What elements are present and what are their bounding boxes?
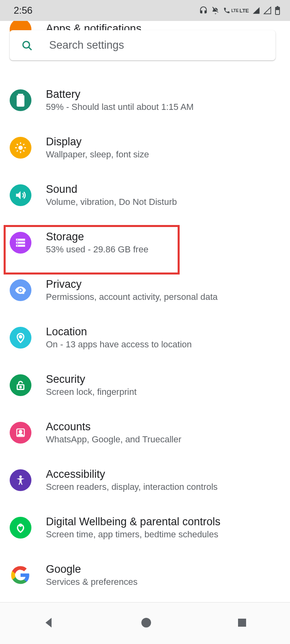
item-title: Privacy bbox=[46, 278, 280, 291]
svg-rect-0 bbox=[276, 8, 279, 10]
svg-point-17 bbox=[17, 239, 18, 240]
item-subtitle: Screen lock, fingerprint bbox=[46, 387, 280, 397]
settings-content[interactable]: Search settings Apps & notifications Bat… bbox=[0, 21, 290, 602]
item-subtitle: Screen readers, display, interaction con… bbox=[46, 482, 280, 492]
settings-item-accounts[interactable]: Accounts WhatsApp, Google, and Truecalle… bbox=[0, 409, 290, 456]
item-title: Storage bbox=[46, 231, 280, 243]
signal-icon bbox=[252, 6, 260, 14]
dnd-off-icon bbox=[211, 6, 220, 15]
settings-item-wellbeing[interactable]: Digital Wellbeing & parental controls Sc… bbox=[0, 504, 290, 551]
svg-line-12 bbox=[23, 144, 25, 145]
security-icon bbox=[10, 374, 31, 396]
settings-item-display[interactable]: Display Wallpaper, sleep, font size bbox=[0, 124, 290, 171]
item-title: Digital Wellbeing & parental controls bbox=[46, 516, 280, 528]
sound-icon bbox=[10, 184, 31, 206]
settings-item-privacy[interactable]: Privacy Permissions, account activity, p… bbox=[0, 266, 290, 314]
status-time: 2:56 bbox=[14, 5, 33, 16]
item-subtitle: On - 13 apps have access to location bbox=[46, 339, 280, 350]
navigation-bar bbox=[0, 602, 290, 644]
svg-point-26 bbox=[19, 430, 22, 433]
search-placeholder: Search settings bbox=[49, 39, 124, 52]
svg-line-10 bbox=[17, 144, 18, 145]
item-subtitle: 53% used - 29.86 GB free bbox=[46, 244, 280, 255]
nav-recent-button[interactable] bbox=[236, 617, 248, 630]
item-subtitle: Services & preferences bbox=[46, 577, 280, 587]
settings-list[interactable]: Apps & notifications Battery 59% - Shoul… bbox=[0, 21, 290, 602]
accessibility-icon bbox=[10, 469, 31, 491]
svg-rect-4 bbox=[17, 95, 24, 107]
svg-point-27 bbox=[19, 475, 22, 478]
svg-rect-21 bbox=[22, 291, 24, 294]
settings-item-google[interactable]: Google Services & preferences bbox=[0, 551, 290, 599]
settings-item-location[interactable]: Location On - 13 apps have access to loc… bbox=[0, 314, 290, 361]
accounts-icon bbox=[10, 422, 31, 444]
battery-icon bbox=[275, 6, 280, 15]
item-subtitle: 59% - Should last until about 1:15 AM bbox=[46, 102, 280, 112]
storage-icon bbox=[10, 232, 31, 254]
svg-point-24 bbox=[20, 386, 21, 388]
svg-line-11 bbox=[23, 151, 25, 152]
item-title: Google bbox=[46, 563, 280, 576]
lte-call-icon: LTE LTE bbox=[223, 7, 249, 14]
headset-icon bbox=[199, 6, 208, 15]
item-subtitle: Volume, vibration, Do Not Disturb bbox=[46, 197, 280, 207]
svg-point-30 bbox=[141, 618, 151, 627]
svg-rect-3 bbox=[18, 94, 23, 95]
item-subtitle: WhatsApp, Google, and Truecaller bbox=[46, 434, 280, 445]
item-subtitle: Permissions, account activity, personal … bbox=[46, 292, 280, 302]
svg-point-20 bbox=[19, 289, 21, 291]
svg-point-1 bbox=[23, 41, 29, 48]
item-title: Security bbox=[46, 373, 280, 386]
status-icons: LTE LTE bbox=[199, 6, 280, 15]
svg-line-13 bbox=[17, 151, 18, 152]
search-bar[interactable]: Search settings bbox=[10, 30, 276, 60]
svg-point-5 bbox=[19, 146, 23, 150]
settings-item-performance[interactable]: Performance optimization bbox=[0, 599, 290, 602]
settings-item-security[interactable]: Security Screen lock, fingerprint bbox=[0, 361, 290, 409]
svg-point-19 bbox=[17, 245, 18, 246]
item-title: Accessibility bbox=[46, 468, 280, 481]
item-title: Location bbox=[46, 326, 280, 338]
display-icon bbox=[10, 137, 31, 159]
item-title: Display bbox=[46, 136, 280, 148]
signal2-icon bbox=[263, 6, 271, 14]
settings-item-storage[interactable]: Storage 53% used - 29.86 GB free bbox=[0, 219, 290, 266]
item-subtitle: Wallpaper, sleep, font size bbox=[46, 149, 280, 160]
status-bar: 2:56 LTE LTE bbox=[0, 0, 290, 21]
privacy-icon bbox=[10, 279, 31, 301]
svg-rect-31 bbox=[238, 619, 246, 627]
nav-home-button[interactable] bbox=[140, 616, 153, 631]
settings-item-sound[interactable]: Sound Volume, vibration, Do Not Disturb bbox=[0, 171, 290, 219]
settings-item-battery[interactable]: Battery 59% - Should last until about 1:… bbox=[0, 76, 290, 124]
svg-point-18 bbox=[17, 242, 18, 244]
item-title: Battery bbox=[46, 88, 280, 101]
battery-circle-icon bbox=[10, 89, 31, 111]
search-icon bbox=[21, 39, 33, 52]
wellbeing-icon bbox=[10, 517, 31, 539]
settings-item-accessibility[interactable]: Accessibility Screen readers, display, i… bbox=[0, 456, 290, 504]
item-title: Sound bbox=[46, 183, 280, 196]
nav-back-button[interactable] bbox=[42, 615, 56, 632]
location-icon bbox=[10, 327, 31, 349]
item-subtitle: Screen time, app timers, bedtime schedul… bbox=[46, 529, 280, 540]
svg-line-2 bbox=[29, 47, 31, 50]
item-title: Accounts bbox=[46, 421, 280, 433]
google-icon bbox=[10, 564, 31, 586]
svg-point-22 bbox=[19, 336, 22, 338]
